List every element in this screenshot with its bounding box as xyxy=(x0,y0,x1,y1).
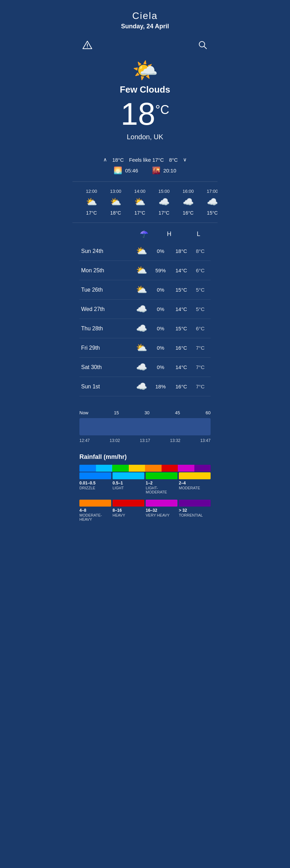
sunset-item: 🌇 20:10 xyxy=(152,166,176,174)
forecast-row[interactable]: Mon 25th ⛅ 59% 14°C 6°C xyxy=(79,261,211,280)
sunrise-time: 05:46 xyxy=(125,168,138,173)
forecast-day: Sun 24th xyxy=(81,248,133,254)
forecast-low: 5°C xyxy=(192,287,209,293)
hourly-time: 14:00 xyxy=(134,189,146,194)
hourly-scroll[interactable]: 12:00 ⛅ 17°C 13:00 ⛅ 18°C 14:00 ⛅ 17°C 1… xyxy=(72,181,218,223)
radar-time: 13:32 xyxy=(170,438,180,443)
forecast-day: Sun 1st xyxy=(81,384,133,390)
forecast-row[interactable]: Sat 30th ☁️ 0% 14°C 7°C xyxy=(79,358,211,377)
radar-label: 45 xyxy=(175,410,180,415)
rainfall-segment xyxy=(96,465,113,472)
radar-time: 13:17 xyxy=(140,438,150,443)
forecast-rain: 0% xyxy=(150,287,171,293)
temperature-display: 18°C xyxy=(79,98,211,130)
radar-label: 30 xyxy=(145,410,149,415)
forecast-icon: ⛅ xyxy=(133,284,150,295)
forecast-high: 14°C xyxy=(171,306,192,312)
forecast-day: Mon 25th xyxy=(81,267,133,274)
rainfall-legend-top: 0.01–0.5 DRIZZLE 0.5–1 LIGHT 1–2 LIGHT-M… xyxy=(79,472,211,494)
rainfall-legend-item: 16–32 VERY HEAVY xyxy=(146,500,177,521)
forecast-section: ☂️ H L Sun 24th ⛅ 0% 18°C 8°C Mon 25th ⛅… xyxy=(72,223,218,403)
forecast-row[interactable]: Sun 1st ☁️ 18% 16°C 7°C xyxy=(79,377,211,396)
hourly-time: 15:00 xyxy=(158,189,170,194)
hourly-inner: 12:00 ⛅ 17°C 13:00 ⛅ 18°C 14:00 ⛅ 17°C 1… xyxy=(72,187,218,217)
forecast-rain: 0% xyxy=(150,345,171,351)
umbrella-icon: ☂️ xyxy=(140,230,148,238)
hourly-icon: ☁️ xyxy=(207,197,218,207)
rf-legend-desc: LIGHT xyxy=(113,486,144,490)
forecast-rain: 0% xyxy=(150,248,171,254)
forecast-row[interactable]: Thu 28th ☁️ 0% 15°C 6°C xyxy=(79,319,211,338)
hourly-item: 17:00 ☁️ 15°C xyxy=(200,187,218,217)
hourly-icon: ⛅ xyxy=(110,197,121,207)
rainfall-legend-bottom: 4–8 MODERATE-HEAVY 8–16 HEAVY 16–32 VERY… xyxy=(79,500,211,521)
alert-icon xyxy=(83,40,92,50)
svg-line-4 xyxy=(204,46,206,49)
hourly-time: 12:00 xyxy=(86,189,97,194)
forecast-rain: 0% xyxy=(150,326,171,331)
temp-high: 18°C xyxy=(112,157,124,163)
forecast-low: 8°C xyxy=(192,248,209,254)
temp-low: 8°C xyxy=(169,157,178,163)
hourly-item: 12:00 ⛅ 17°C xyxy=(79,187,104,217)
forecast-icon: ☁️ xyxy=(133,304,150,314)
forecast-icon: ⛅ xyxy=(133,265,150,276)
app-container: Ciela Sunday, 24 April 🌤️ Few Clouds 18°… xyxy=(72,0,218,532)
rainfall-bar xyxy=(79,465,211,472)
forecast-row[interactable]: Fri 29th ⛅ 0% 16°C 7°C xyxy=(79,338,211,358)
hourly-temp: 17°C xyxy=(86,210,97,216)
rainfall-legend-item: 4–8 MODERATE-HEAVY xyxy=(79,500,111,521)
sun-times: 🌅 05:46 🌇 20:10 xyxy=(72,166,218,174)
rainfall-segment xyxy=(162,465,178,472)
rf-color-swatch xyxy=(146,472,177,479)
radar-label: 60 xyxy=(205,410,210,415)
forecast-rain: 0% xyxy=(150,306,171,312)
forecast-day: Sat 30th xyxy=(81,364,133,370)
forecast-row[interactable]: Tue 26th ⛅ 0% 15°C 5°C xyxy=(79,280,211,300)
forecast-row[interactable]: Wed 27th ☁️ 0% 14°C 5°C xyxy=(79,300,211,319)
rf-legend-desc: MODERATE-HEAVY xyxy=(79,513,111,521)
forecast-rain: 18% xyxy=(150,384,171,389)
forecast-high: 14°C xyxy=(171,364,192,370)
radar-time: 13:47 xyxy=(200,438,211,443)
weather-icon-large: 🌤️ xyxy=(79,58,211,83)
forecast-list: Sun 24th ⛅ 0% 18°C 8°C Mon 25th ⛅ 59% 14… xyxy=(79,242,211,396)
forecast-icon: ⛅ xyxy=(133,246,150,256)
radar-section: Now15304560 12:4713:0213:1713:3213:47 xyxy=(72,403,218,450)
forecast-high: 15°C xyxy=(171,326,192,331)
rf-legend-range: 16–32 xyxy=(146,508,177,513)
forecast-low: 5°C xyxy=(192,306,209,312)
radar-times: 12:4713:0213:1713:3213:47 xyxy=(79,438,211,443)
rf-legend-desc: HEAVY xyxy=(113,513,144,517)
rainfall-segment xyxy=(145,465,162,472)
rainfall-title: Rainfall (mm/hr) xyxy=(79,453,211,461)
forecast-day: Thu 28th xyxy=(81,326,133,332)
header: Ciela Sunday, 24 April xyxy=(72,0,218,34)
radar-time: 13:02 xyxy=(109,438,120,443)
sunset-icon: 🌇 xyxy=(152,166,161,174)
hourly-time: 16:00 xyxy=(183,189,194,194)
alert-button[interactable] xyxy=(81,39,94,51)
search-button[interactable] xyxy=(196,39,209,51)
rainfall-legend-item: 0.5–1 LIGHT xyxy=(113,472,144,494)
feels-like: Feels like 17°C xyxy=(129,157,164,163)
hourly-item: 13:00 ⛅ 18°C xyxy=(104,187,128,217)
hourly-time: 13:00 xyxy=(110,189,122,194)
sunrise-icon: 🌅 xyxy=(114,166,122,174)
forecast-low: 6°C xyxy=(192,326,209,331)
rf-color-swatch xyxy=(146,500,177,507)
forecast-icon: ☁️ xyxy=(133,362,150,372)
hourly-icon: ⛅ xyxy=(134,197,145,207)
rf-legend-range: 2–4 xyxy=(179,481,211,485)
hourly-icon: ☁️ xyxy=(183,197,194,207)
hourly-temp: 15°C xyxy=(207,210,218,216)
weather-condition: Few Clouds xyxy=(79,84,211,95)
rf-legend-desc: VERY HEAVY xyxy=(146,513,177,517)
date: Sunday, 24 April xyxy=(79,23,211,30)
forecast-rain: 59% xyxy=(150,267,171,273)
temp-arrow-down: ∨ xyxy=(183,157,187,163)
forecast-h-label: H xyxy=(159,230,180,238)
rf-color-swatch xyxy=(113,472,144,479)
forecast-row[interactable]: Sun 24th ⛅ 0% 18°C 8°C xyxy=(79,242,211,261)
forecast-icon: ☁️ xyxy=(133,323,150,334)
